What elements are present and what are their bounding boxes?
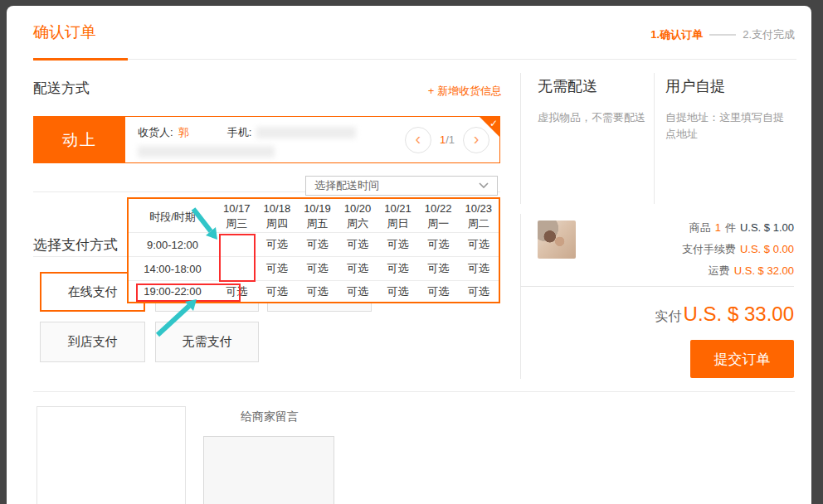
active-tab-underline	[33, 58, 128, 61]
time-slot-label: 9:00-12:00	[129, 233, 217, 256]
chevron-left-icon: ‹	[416, 130, 421, 147]
payment-option-no-pay[interactable]: 无需支付	[155, 322, 259, 362]
empty-panel	[37, 406, 186, 504]
address-card-tag: 动上	[34, 117, 125, 162]
step-payment-done: 2.支付完成	[743, 27, 795, 42]
column-date: 10/18	[257, 201, 298, 216]
column-day: 周二	[458, 216, 499, 231]
summary-fee-row: 支付手续费 U.S. $ 0.00	[682, 242, 794, 257]
check-icon: ✓	[489, 118, 498, 129]
column-divider	[654, 73, 655, 204]
total-label: 实付	[655, 308, 682, 326]
delivery-time-dropdown[interactable]: 选择配送时间	[305, 176, 498, 196]
delivery-time-dropdown-label: 选择配送时间	[314, 178, 379, 193]
column-day: 周四	[257, 216, 298, 231]
column-header: 10/21周日	[377, 201, 418, 232]
summary-total-row: 实付 U.S. $ 33.00	[655, 303, 794, 326]
column-day: 周日	[377, 216, 418, 231]
payment-option-at-store[interactable]: 到店支付	[40, 322, 145, 362]
payment-option-online-label: 在线支付	[68, 284, 118, 300]
column-day: 周六	[338, 216, 378, 231]
fee-value: U.S. $ 0.00	[740, 243, 794, 255]
table-corner-label: 时段/时期	[129, 201, 217, 232]
annotation-red-box-unavailable-cells	[219, 234, 256, 282]
column-date: 10/22	[418, 201, 459, 216]
slot-cell[interactable]: 可选	[458, 257, 499, 280]
item-count: 1	[715, 221, 721, 234]
slot-cell[interactable]: 可选	[418, 257, 459, 280]
slot-cell[interactable]: 可选	[338, 281, 378, 302]
summary-divider-left	[520, 214, 521, 379]
slot-cell[interactable]: 可选	[257, 281, 298, 302]
pager-text: 1/1	[440, 133, 455, 146]
column-day: 周一	[418, 216, 459, 231]
pager-total: 1	[449, 133, 455, 146]
slot-cell[interactable]: 可选	[297, 281, 338, 302]
slot-cell[interactable]: 可选	[377, 233, 418, 256]
column-header: 10/22周一	[418, 201, 459, 232]
delivery-time-table-header: 时段/时期 10/17周三 10/18周四 10/19周五 10/20周六 10…	[129, 199, 499, 232]
slot-cell[interactable]: 可选	[338, 257, 378, 280]
shipping-value: U.S. $ 32.00	[734, 264, 794, 277]
column-day: 周五	[297, 216, 338, 231]
item-label: 商品	[689, 220, 711, 235]
slot-cell[interactable]: 可选	[418, 281, 459, 302]
summary-item-row: 商品 1 件 U.S. $ 1.00	[689, 220, 794, 235]
slot-cell[interactable]: 可选	[257, 257, 298, 280]
total-value: U.S. $ 33.00	[684, 303, 794, 326]
shipping-label: 运费	[709, 264, 730, 279]
chevron-down-icon	[479, 182, 489, 189]
item-unit: 件	[725, 220, 736, 235]
column-header: 10/20周六	[338, 201, 378, 232]
column-divider	[520, 73, 521, 204]
column-header: 10/23周二	[458, 201, 499, 232]
no-delivery-desc: 虚拟物品，不需要配送	[538, 109, 645, 126]
slot-cell[interactable]: 可选	[297, 233, 338, 256]
page-background: 确认订单 1.确认订单 2.支付完成 配送方式 + 新增收货信息 动上 收货人:…	[0, 0, 823, 504]
fee-label: 支付手续费	[682, 242, 736, 257]
step-connector	[709, 34, 736, 36]
step-confirm-order: 1.确认订单	[650, 27, 703, 42]
receiver-label: 收货人:	[138, 125, 173, 140]
merchant-message-textarea[interactable]	[203, 436, 334, 504]
address-pager: ‹ 1/1 ›	[405, 117, 489, 162]
bottom-divider	[33, 391, 795, 392]
submit-order-button[interactable]: 提交订单	[690, 340, 794, 378]
delivery-section-title: 配送方式	[33, 79, 90, 98]
time-slot-label: 14:00-18:00	[129, 257, 217, 280]
slot-cell[interactable]: 可选	[257, 233, 298, 256]
slot-cell[interactable]: 可选	[458, 281, 499, 302]
annotation-red-box-evening-slot	[136, 284, 241, 302]
slot-cell[interactable]: 可选	[338, 233, 378, 256]
header-divider	[33, 59, 796, 60]
page-title: 确认订单	[33, 22, 96, 43]
phone-label: 手机:	[227, 125, 252, 140]
payment-section-title: 选择支付方式	[33, 235, 118, 254]
no-delivery-title: 无需配送	[538, 76, 597, 96]
next-address-button[interactable]: ›	[463, 127, 489, 153]
payment-option-at-store-label: 到店支付	[68, 334, 118, 350]
phone-redacted	[256, 127, 356, 138]
summary-shipping-row: 运费 U.S. $ 32.00	[709, 264, 794, 279]
slot-cell[interactable]: 可选	[458, 233, 499, 256]
slot-cell[interactable]: 可选	[377, 257, 418, 280]
add-address-link[interactable]: + 新增收货信息	[428, 84, 502, 99]
column-date: 10/21	[377, 201, 418, 216]
item-price: U.S. $ 1.00	[740, 221, 794, 234]
address-redacted	[138, 146, 275, 158]
slot-cell[interactable]: 可选	[297, 257, 338, 280]
column-date: 10/19	[297, 201, 338, 216]
payment-option-no-pay-label: 无需支付	[183, 334, 232, 350]
column-header: 10/18周四	[257, 201, 298, 232]
checkout-steps: 1.确认订单 2.支付完成	[650, 27, 795, 42]
slot-cell[interactable]: 可选	[377, 281, 418, 302]
table-row: 14:00-18:00 可选 可选 可选 可选 可选 可选	[129, 256, 499, 280]
address-card[interactable]: 动上 收货人: 郭 手机: ✓ ‹ 1/1 ›	[33, 116, 500, 163]
self-pickup-desc: 自提地址：这里填写自提点地址	[665, 109, 790, 143]
product-thumbnail	[538, 220, 576, 259]
slot-cell[interactable]: 可选	[418, 233, 459, 256]
column-day: 周三	[217, 216, 257, 231]
column-date: 10/23	[458, 201, 499, 216]
prev-address-button[interactable]: ‹	[405, 127, 431, 153]
summary-total-divider	[520, 286, 794, 287]
